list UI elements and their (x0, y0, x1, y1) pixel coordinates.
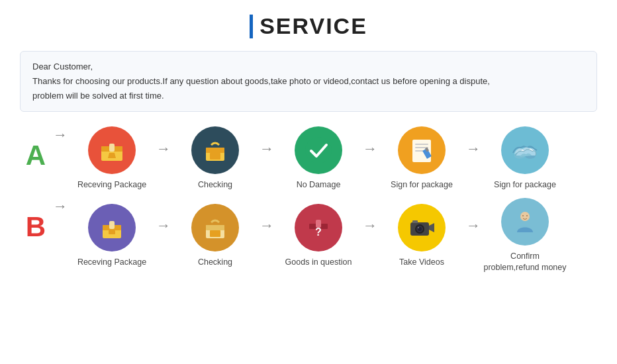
svg-rect-19 (109, 221, 115, 229)
caption-checking-a: Checking (198, 179, 232, 191)
flow-item-sign-a: Sign for package (379, 126, 465, 191)
icon-question-b: ? (295, 204, 342, 251)
flow-item-camera-b: Take Videos (379, 204, 465, 269)
caption-camera-b: Take Videos (399, 257, 444, 269)
page: SERVICE Dear Customer, Thanks for choosi… (0, 0, 617, 364)
caption-refund-b: Confirm problem,refund money (482, 251, 568, 274)
icon-handshake-a (501, 126, 549, 174)
flow-item-recv-pkg-b: Receving Package (69, 204, 155, 269)
icon-recv-pkg-a (88, 126, 136, 174)
arrow: → (466, 217, 481, 234)
svg-rect-6 (206, 148, 224, 153)
flow-row-a: A → Receving Package → (20, 126, 597, 191)
icon-sign-a (398, 126, 446, 174)
caption-question-b: Goods in question (285, 257, 352, 269)
caption-recv-pkg-a: Receving Package (77, 179, 146, 191)
notice-box: Dear Customer, Thanks for choosing our p… (20, 51, 597, 112)
arrow: → (466, 140, 481, 158)
icon-checking-b (191, 204, 239, 251)
flow-items-a: Receving Package → Checking → (69, 126, 597, 191)
svg-point-34 (418, 227, 419, 228)
caption-sign-a: Sign for package (391, 179, 453, 191)
flow-item-no-damage-a: No Damage (275, 126, 361, 191)
page-title: SERVICE (260, 13, 367, 39)
flow-item-checking-b: Checking (172, 204, 258, 269)
arrow: → (260, 217, 274, 234)
flow-item-question-b: ? Goods in question (275, 204, 361, 269)
icon-checking-a (191, 126, 239, 174)
svg-rect-35 (412, 220, 418, 223)
svg-rect-2 (109, 144, 115, 152)
row-b-label: B (20, 211, 52, 243)
svg-point-38 (526, 215, 528, 216)
flow-items-b: Receving Package → Checking → (69, 198, 597, 274)
icon-no-damage-a (295, 126, 342, 174)
title-accent-bar (250, 15, 253, 38)
svg-text:?: ? (315, 226, 322, 238)
caption-no-damage-a: No Damage (297, 179, 341, 191)
arrow: → (363, 217, 377, 234)
svg-rect-7 (210, 153, 220, 159)
svg-point-8 (305, 137, 332, 163)
arrow: → (156, 140, 171, 158)
notice-line3: problem will be solved at first time. (32, 89, 585, 103)
svg-point-37 (522, 215, 524, 216)
arrow: → (363, 140, 377, 158)
title-section: SERVICE (20, 13, 597, 39)
svg-rect-10 (415, 144, 428, 145)
flow-row-b: B → Receving Package → (20, 198, 597, 274)
arrow: → (156, 217, 171, 234)
notice-line1: Dear Customer, (32, 60, 585, 74)
row-a-label: A (20, 140, 52, 171)
icon-refund-b (501, 198, 549, 246)
icon-recv-pkg-b (88, 204, 136, 251)
svg-marker-30 (429, 223, 434, 232)
caption-handshake-a: Sign for package (494, 179, 556, 191)
flow-item-handshake-a: Sign for package (482, 126, 568, 191)
icon-camera-b (398, 204, 446, 251)
svg-rect-21 (109, 230, 115, 234)
svg-rect-23 (206, 225, 224, 230)
arrow: → (53, 198, 68, 215)
flow-item-recv-pkg-a: Receving Package (69, 126, 155, 191)
notice-line2: Thanks for choosing our products.If any … (32, 74, 585, 89)
arrow: → (53, 126, 68, 144)
flow-item-refund-b: Confirm problem,refund money (482, 198, 568, 274)
caption-recv-pkg-b: Receving Package (77, 257, 146, 269)
caption-checking-b: Checking (198, 257, 232, 269)
svg-rect-24 (210, 230, 220, 237)
arrow: → (260, 140, 274, 158)
flow-item-checking-a: Checking (172, 126, 258, 191)
